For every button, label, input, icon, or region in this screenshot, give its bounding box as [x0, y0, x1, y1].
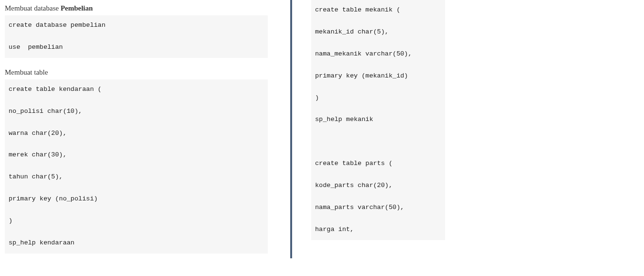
code-create-database: create database pembelian use pembelian [5, 15, 268, 58]
left-column: Membuat database Pembelian create databa… [0, 0, 290, 276]
heading-prefix: Membuat database [5, 4, 61, 12]
code-create-kendaraan: create table kendaraan ( no_polisi char(… [5, 79, 268, 254]
heading-table: Membuat table [5, 66, 285, 79]
heading-database: Membuat database Pembelian [5, 2, 285, 15]
right-column: create table mekanik ( mekanik_id char(5… [292, 0, 641, 276]
code-create-mekanik-parts: create table mekanik ( mekanik_id char(5… [311, 0, 445, 240]
heading-bold: Pembelian [61, 4, 93, 12]
